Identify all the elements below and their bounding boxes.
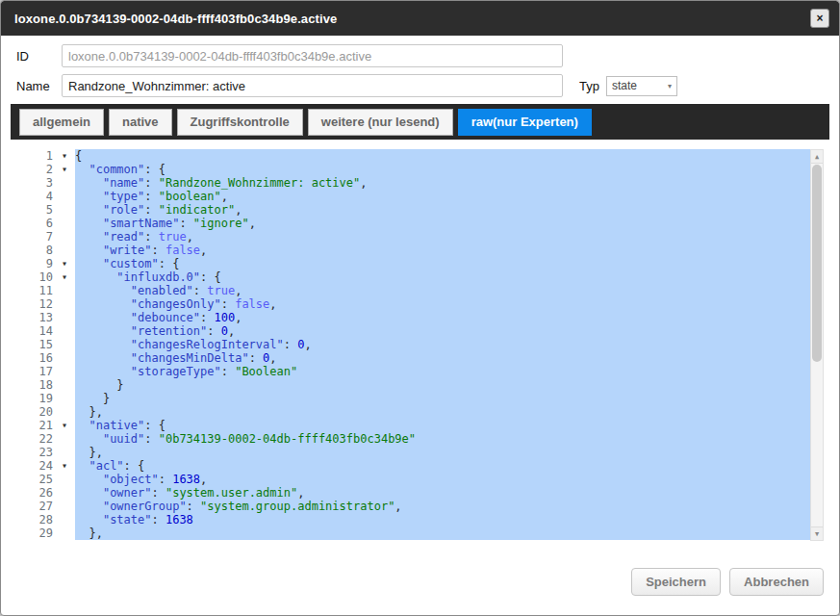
code-line[interactable]: "changesMinDelta": 0,	[75, 351, 810, 365]
code-line[interactable]: "common": {	[75, 163, 810, 176]
gutter-line: 10▾	[16, 270, 72, 284]
gutter-line: 8	[16, 244, 72, 257]
line-number: 21	[39, 419, 53, 432]
code-line[interactable]: "native": {	[75, 419, 810, 432]
gutter-line: 15	[16, 338, 72, 351]
code-line[interactable]: "storageType": "Boolean"	[75, 365, 810, 378]
line-number: 9	[46, 257, 53, 270]
code-line[interactable]: {	[75, 149, 810, 163]
code-line[interactable]: }	[75, 392, 810, 405]
line-number: 27	[39, 500, 53, 513]
gutter-line: 19	[16, 392, 72, 405]
tab-native[interactable]: native	[109, 109, 172, 136]
code-line[interactable]: },	[75, 526, 810, 540]
line-number: 6	[46, 217, 53, 230]
type-select-value: state	[612, 79, 637, 92]
tab-zugriffskontrolle[interactable]: Zugriffskontrolle	[177, 109, 303, 136]
code-line[interactable]: "custom": {	[75, 257, 810, 270]
gutter-line: 11	[16, 284, 72, 297]
gutter-line: 28	[16, 513, 72, 526]
close-icon[interactable]: ×	[810, 9, 829, 28]
fold-toggle-icon[interactable]: ▾	[62, 149, 67, 163]
fold-toggle-icon[interactable]: ▾	[62, 270, 67, 284]
code-line[interactable]: "smartName": "ignore",	[75, 217, 810, 230]
code-line[interactable]: },	[75, 446, 810, 459]
code-line[interactable]: "name": "Randzone_Wohnzimmer: active",	[75, 176, 810, 190]
gutter-line: 21▾	[16, 419, 72, 432]
scroll-up-icon[interactable]: ▲	[811, 150, 823, 164]
gutter-line: 5	[16, 203, 72, 217]
code-line[interactable]: "state": 1638	[75, 513, 810, 526]
code-line[interactable]: "object": 1638,	[75, 473, 810, 486]
gutter-line: 13	[16, 311, 72, 324]
scrollbar-thumb[interactable]	[812, 165, 822, 362]
dialog-titlebar[interactable]: loxone.0.0b734139-0002-04db-ffff403fb0c3…	[1, 1, 839, 36]
gutter-line: 20	[16, 405, 72, 419]
scroll-down-icon[interactable]: ▼	[811, 526, 823, 540]
tab-allgemein[interactable]: allgemein	[19, 109, 104, 136]
gutter-line: 12	[16, 297, 72, 311]
line-number: 10	[39, 270, 53, 284]
line-number: 18	[39, 378, 53, 392]
code-line[interactable]: "write": false,	[75, 244, 810, 257]
code-line[interactable]: "owner": "system.user.admin",	[75, 486, 810, 500]
gutter-line: 2▾	[16, 163, 72, 176]
line-number: 15	[39, 338, 53, 351]
line-number: 8	[46, 244, 53, 257]
code-line[interactable]: "type": "boolean",	[75, 190, 810, 203]
id-row: ID	[16, 44, 824, 67]
code-line[interactable]: "role": "indicator",	[75, 203, 810, 217]
editor-code[interactable]: { "common": { "name": "Randzone_Wohnzimm…	[72, 149, 810, 541]
name-input[interactable]	[62, 74, 563, 97]
cancel-button[interactable]: Abbrechen	[729, 568, 824, 596]
json-editor[interactable]: 1▾2▾3456789▾10▾1112131415161718192021▾22…	[16, 149, 824, 541]
code-line[interactable]: "changesRelogInterval": 0,	[75, 338, 810, 351]
code-line[interactable]: "uuid": "0b734139-0002-04db-ffff403fb0c3…	[75, 432, 810, 446]
fold-toggle-icon[interactable]: ▾	[62, 419, 67, 432]
line-number: 26	[39, 486, 53, 500]
tab-bar: allgemeinnativeZugriffskontrolleweitere …	[11, 104, 829, 140]
gutter-line: 9▾	[16, 257, 72, 270]
gutter-line: 3	[16, 176, 72, 190]
name-row: Name Typ state ▾	[16, 74, 824, 97]
line-number: 23	[39, 446, 53, 459]
gutter-line: 23	[16, 446, 72, 459]
gutter-line: 14	[16, 324, 72, 338]
tab-weitere-nur-lesend[interactable]: weitere (nur lesend)	[308, 109, 453, 136]
id-input[interactable]	[62, 44, 563, 67]
gutter-line: 17	[16, 365, 72, 378]
code-line[interactable]: }	[75, 378, 810, 392]
fold-toggle-icon[interactable]: ▾	[62, 163, 67, 176]
code-line[interactable]: "influxdb.0": {	[75, 270, 810, 284]
save-button[interactable]: Speichern	[631, 568, 721, 596]
chevron-down-icon: ▾	[668, 82, 672, 90]
object-edit-dialog: loxone.0.0b734139-0002-04db-ffff403fb0c3…	[0, 0, 840, 616]
code-line[interactable]: },	[75, 405, 810, 419]
vertical-scrollbar[interactable]: ▲ ▼	[810, 149, 824, 541]
gutter-line: 26	[16, 486, 72, 500]
fold-toggle-icon[interactable]: ▾	[62, 257, 67, 270]
line-number: 24	[39, 459, 53, 473]
code-line[interactable]: "acl": {	[75, 459, 810, 473]
type-label: Typ	[579, 79, 599, 93]
code-line[interactable]: "debounce": 100,	[75, 311, 810, 324]
gutter-line: 25	[16, 473, 72, 486]
gutter-line: 24▾	[16, 459, 72, 473]
code-line[interactable]: "ownerGroup": "system.group.administrato…	[75, 500, 810, 513]
line-number: 16	[39, 351, 53, 365]
line-number: 28	[39, 513, 53, 526]
editor-gutter: 1▾2▾3456789▾10▾1112131415161718192021▾22…	[16, 149, 72, 541]
fold-toggle-icon[interactable]: ▾	[62, 459, 67, 473]
line-number: 29	[39, 526, 53, 540]
code-line[interactable]: "changesOnly": false,	[75, 297, 810, 311]
line-number: 5	[46, 203, 53, 217]
line-number: 20	[39, 405, 53, 419]
code-line[interactable]: "read": true,	[75, 230, 810, 244]
code-line[interactable]: "enabled": true,	[75, 284, 810, 297]
type-select[interactable]: state ▾	[606, 76, 677, 96]
dialog-title: loxone.0.0b734139-0002-04db-ffff403fb0c3…	[14, 12, 337, 26]
dialog-footer: Speichern Abbrechen	[631, 568, 824, 596]
code-line[interactable]: "retention": 0,	[75, 324, 810, 338]
tab-raw-nur-experten[interactable]: raw(nur Experten)	[458, 109, 592, 136]
gutter-line: 29	[16, 526, 72, 540]
